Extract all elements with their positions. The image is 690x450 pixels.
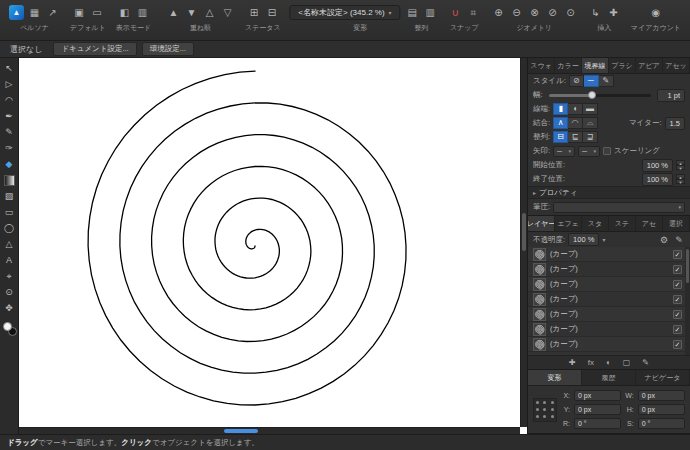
status-options-icon[interactable]: ⊟ [264, 5, 279, 20]
stroke-width-slider[interactable] [549, 94, 651, 97]
end-offset-value[interactable]: 100 % [642, 173, 673, 186]
layer-row[interactable]: (カーブ) ✓ [528, 322, 690, 337]
transparency-tool[interactable]: ▨ [2, 189, 17, 204]
zoom-tool[interactable]: ⊙ [2, 285, 17, 300]
cap-round-button[interactable]: ◖ [568, 103, 583, 115]
blend-options-icon[interactable]: ⚙ [658, 235, 670, 245]
canvas[interactable] [19, 58, 527, 434]
send-back-icon[interactable]: ▼ [184, 5, 199, 20]
align-icon[interactable]: ▤ [405, 5, 420, 20]
tab-stock[interactable]: ステ [609, 216, 636, 231]
layer-visibility-checkbox[interactable]: ✓ [673, 340, 682, 349]
pressure-profile-dropdown[interactable]: ▾ [553, 202, 685, 213]
h-field[interactable]: 0 px [638, 404, 685, 415]
tab-navigator[interactable]: ナビゲータ [636, 370, 690, 385]
adjustment-icon[interactable]: ◐ [606, 358, 611, 367]
tab-layers[interactable]: レイヤー [528, 216, 555, 231]
vertical-scroll-thumb[interactable] [522, 213, 526, 251]
stroke-style-none-button[interactable]: ⊘ [569, 75, 584, 87]
ellipse-tool[interactable]: ◯ [2, 221, 17, 236]
join-bevel-button[interactable]: ⌓ [583, 117, 598, 129]
start-offset-value[interactable]: 100 % [642, 159, 673, 172]
layer-visibility-checkbox[interactable]: ✓ [673, 325, 682, 334]
opacity-value[interactable]: 100 % [568, 233, 599, 246]
tab-stroke[interactable]: 境界線 [582, 58, 609, 73]
stroke-style-solid-button[interactable]: ─ [584, 75, 599, 87]
horizontal-scroll-thumb[interactable] [224, 429, 258, 433]
outline-view-icon[interactable]: ◧ [117, 5, 132, 20]
layer-row[interactable]: (カーブ) ✓ [528, 247, 690, 262]
layer-row[interactable]: (カーブ) ✓ [528, 337, 690, 352]
tab-selection[interactable]: 選択 [663, 216, 690, 231]
arrow-start-dropdown[interactable]: ─▾ [553, 146, 575, 157]
bring-front-icon[interactable]: ▲ [166, 5, 181, 20]
snap-options-icon[interactable]: ⌗ [466, 5, 481, 20]
cap-butt-button[interactable]: ▮ [553, 103, 568, 115]
gradient-tool[interactable] [4, 175, 15, 186]
layers-scroll-thumb[interactable] [686, 249, 689, 283]
layer-visibility-checkbox[interactable]: ✓ [673, 295, 682, 304]
start-offset-stepper[interactable]: ▲▼ [676, 160, 685, 170]
tab-appearance[interactable]: アピア [636, 58, 663, 73]
pixel-persona-icon[interactable]: ▦ [27, 5, 42, 20]
tab-swatches[interactable]: スウォ [528, 58, 555, 73]
sync-defaults-icon[interactable]: ▣ [71, 5, 86, 20]
split-view-icon[interactable]: ▥ [135, 5, 150, 20]
join-round-button[interactable]: ◠ [568, 117, 583, 129]
x-field[interactable]: 0 px [574, 390, 621, 401]
insert-behind-icon[interactable]: ✚ [606, 5, 621, 20]
designer-persona-icon[interactable]: ▲ [9, 5, 24, 20]
opacity-chevron-icon[interactable]: ▾ [602, 236, 605, 243]
pen-tool[interactable]: ✒ [2, 109, 17, 124]
forward-one-icon[interactable]: △ [202, 5, 217, 20]
mask-icon[interactable]: ▢ [623, 358, 631, 367]
boolean-xor-icon[interactable]: ⊘ [545, 5, 560, 20]
end-offset-stepper[interactable]: ▲▼ [676, 174, 685, 184]
tab-history[interactable]: 履歴 [582, 370, 636, 385]
y-field[interactable]: 0 px [574, 404, 621, 415]
rectangle-tool[interactable]: ▭ [2, 205, 17, 220]
snapping-magnet-icon[interactable]: ∪ [448, 5, 463, 20]
insert-inside-icon[interactable]: ↳ [588, 5, 603, 20]
tab-colour[interactable]: カラー [555, 58, 582, 73]
s-field[interactable]: 0 ° [638, 418, 685, 429]
pencil-tool[interactable]: ✎ [2, 125, 17, 140]
account-icon[interactable]: ◉ [648, 5, 663, 20]
vertical-scrollbar[interactable] [520, 58, 527, 427]
layer-row[interactable]: (カーブ) ✓ [528, 292, 690, 307]
fill-swatch[interactable] [3, 322, 12, 331]
join-miter-button[interactable]: ∧ [553, 117, 568, 129]
tab-styles[interactable]: スタ [582, 216, 609, 231]
shape-tool[interactable]: △ [2, 237, 17, 252]
edit-layer-icon[interactable]: ✎ [642, 358, 649, 367]
tab-effects[interactable]: エフェ [555, 216, 582, 231]
r-field[interactable]: 0 ° [574, 418, 621, 429]
layer-visibility-checkbox[interactable]: ✓ [673, 250, 682, 259]
boolean-subtract-icon[interactable]: ⊖ [509, 5, 524, 20]
layer-effects-icon[interactable]: fx [588, 358, 594, 367]
miter-value[interactable]: 1.5 [665, 117, 685, 130]
fill-stroke-swatches[interactable] [2, 321, 17, 336]
tab-transform[interactable]: 変形 [528, 370, 582, 385]
edit-all-layers-icon[interactable]: ✎ [673, 235, 685, 245]
fill-tool[interactable]: ◆ [2, 157, 17, 172]
hand-tool[interactable]: ✥ [2, 301, 17, 316]
stroke-style-texture-button[interactable]: ✎ [599, 75, 614, 87]
boolean-intersect-icon[interactable]: ⊗ [527, 5, 542, 20]
add-layer-icon[interactable]: ✚ [569, 358, 576, 367]
revert-defaults-icon[interactable]: ▭ [89, 5, 104, 20]
brush-tool[interactable]: ✑ [2, 141, 17, 156]
layer-visibility-checkbox[interactable]: ✓ [673, 310, 682, 319]
color-picker-tool[interactable]: ⌖ [2, 269, 17, 284]
align-outside-button[interactable]: ⊒ [583, 131, 598, 143]
align-inside-button[interactable]: ⊑ [568, 131, 583, 143]
preferences-button[interactable]: 環境設定... [142, 42, 194, 56]
node-tool[interactable]: ▷ [2, 77, 17, 92]
layer-visibility-checkbox[interactable]: ✓ [673, 265, 682, 274]
layer-row[interactable]: (カーブ) ✓ [528, 307, 690, 322]
arrow-scaling-checkbox[interactable] [603, 147, 611, 155]
cap-square-button[interactable]: ▬ [583, 103, 598, 115]
document-settings-button[interactable]: ドキュメント設定... [53, 42, 136, 56]
layers-scrollbar[interactable] [685, 247, 690, 355]
corner-tool[interactable]: ◠ [2, 93, 17, 108]
